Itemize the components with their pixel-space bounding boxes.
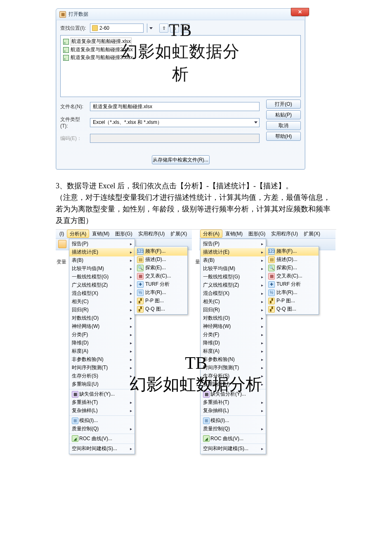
toolbar-icon[interactable] — [58, 240, 66, 248]
menu-nonpar[interactable]: 非参数检验(N) — [201, 356, 266, 364]
menu-loglin[interactable]: 对数线性(O) — [201, 314, 266, 323]
menu-compare[interactable]: 比较平均值(M) — [201, 265, 266, 273]
sub-explore[interactable]: 🔍探索(E)... — [135, 264, 187, 272]
menubar-item[interactable]: 实用程序(U) — [135, 230, 168, 238]
menu-tables[interactable]: 表(B) — [69, 256, 135, 265]
menu-nn[interactable]: 神经网络(W) — [201, 323, 266, 331]
retrieve-button[interactable]: 从存储库中检索文件(R)... — [152, 155, 210, 164]
menu-reports[interactable]: 报告(P) — [69, 240, 135, 248]
menu-complex[interactable]: 复杂抽样(L) — [201, 407, 266, 416]
menu-scale[interactable]: 标度(A) — [69, 347, 135, 356]
menu-scale[interactable]: 标度(A) — [201, 347, 266, 356]
menu-reports[interactable]: 报告(P) — [201, 240, 266, 248]
menu-survival[interactable]: 生存分析(S) — [69, 372, 135, 380]
menu-missing[interactable]: ▦缺失值分析(Y)... — [69, 390, 135, 398]
menu-descriptives[interactable]: 描述统计(E) — [201, 248, 266, 256]
sub-explore[interactable]: 🔍探索(E)... — [266, 264, 319, 272]
cross-icon: ▦ — [268, 273, 275, 280]
menu-sim[interactable]: ⊞模拟(I)... — [69, 417, 135, 425]
menu-mi[interactable]: 多重插补(T) — [201, 398, 266, 407]
menu-dimred[interactable]: 降维(D) — [69, 339, 135, 347]
menu-qc[interactable]: 质量控制(Q) — [69, 425, 135, 434]
menubar-item[interactable]: 扩展(X) — [301, 230, 323, 238]
menubar-item-analyze[interactable]: 分析(A) — [67, 230, 89, 238]
menu-descriptives[interactable]: 描述统计(E) — [69, 248, 135, 256]
open-button[interactable]: 打开(O) — [266, 100, 301, 109]
menu-reg[interactable]: 回归(R) — [69, 306, 135, 314]
menubar-item-analyze[interactable]: 分析(A) — [200, 230, 222, 238]
lookin-value: 2-60 — [99, 25, 142, 31]
sub-pp[interactable]: ▞P-P 图... — [135, 297, 187, 305]
menubar-item[interactable]: 直销(M) — [89, 230, 112, 238]
menu-nn[interactable]: 神经网络(W) — [69, 323, 135, 331]
file-item[interactable]: 航道复杂度与船舶碰撞3.xlsx — [62, 54, 299, 62]
menu-mixed[interactable]: 混合模型(X) — [69, 289, 135, 298]
up-folder-icon[interactable]: ⇧ — [159, 24, 168, 33]
help-button[interactable]: 帮助(H) — [266, 132, 301, 141]
sub-ratio[interactable]: ½比率(R)... — [135, 289, 187, 297]
lookin-arrow[interactable] — [147, 24, 154, 33]
menu-roc[interactable]: ◢ROC 曲线(V)... — [69, 435, 135, 444]
sub-turf[interactable]: ✚TURF 分析 — [135, 280, 187, 289]
sub-crosstabs[interactable]: ▦交叉表(C)... — [266, 272, 319, 280]
descriptives-submenu: 123频率(F)... ▤描述(D)... 🔍探索(E)... ▦交叉表(C).… — [265, 246, 319, 315]
menu-missing[interactable]: ▦缺失值分析(Y)... — [201, 390, 266, 398]
menu-reg[interactable]: 回归(R) — [201, 306, 266, 314]
menu-glm[interactable]: 一般线性模型(G) — [201, 273, 266, 281]
sub-crosstabs[interactable]: ▦交叉表(C)... — [135, 272, 187, 280]
lookin-dropdown[interactable]: 2-60 — [90, 24, 144, 33]
menu-compare[interactable]: 比较平均值(M) — [69, 265, 135, 273]
menu-complex[interactable]: 复杂抽样(L) — [69, 407, 135, 416]
menu-glm[interactable]: 一般线性模型(G) — [69, 273, 135, 281]
cancel-button[interactable]: 取消 — [266, 121, 301, 130]
menubar-item[interactable]: (I) — [57, 230, 67, 238]
sub-turf[interactable]: ✚TURF 分析 — [266, 280, 319, 289]
sim-icon: ⊞ — [72, 417, 78, 424]
menu-sim[interactable]: ⊞模拟(I)... — [201, 417, 266, 425]
home-icon[interactable]: ⌂ — [170, 24, 179, 33]
filetype-dropdown[interactable]: Excel（*.xls、*.xlsx 和 *.xlsm） — [90, 118, 260, 127]
menu-loglin[interactable]: 对数线性(O) — [69, 314, 135, 323]
file-item[interactable]: 航道复杂度与船舶碰撞.xlsx — [62, 37, 299, 46]
sub-frequencies[interactable]: 123频率(F)... — [135, 247, 187, 256]
paste-button[interactable]: 粘贴(P) — [266, 110, 301, 119]
menubar-item[interactable]: 扩展(X) — [168, 230, 190, 238]
menu-multiresp[interactable]: 多重响应(U) — [201, 380, 266, 389]
menu-corr[interactable]: 相关(C) — [69, 298, 135, 306]
menu-survival[interactable]: 生存分析(S) — [201, 372, 266, 380]
menubar-item[interactable]: 图形(G) — [112, 230, 135, 238]
menu-roc[interactable]: ◢ROC 曲线(V)... — [201, 435, 266, 444]
new-folder-icon[interactable]: ✚ — [181, 24, 190, 33]
menu-gzlm[interactable]: 广义线性模型(Z) — [69, 281, 135, 289]
menu-spatial[interactable]: 空间和时间建模(S)... — [69, 445, 135, 453]
menu-mi[interactable]: 多重插补(T) — [69, 398, 135, 407]
sub-descriptives[interactable]: ▤描述(D)... — [266, 256, 319, 264]
sub-qq[interactable]: ▞Q-Q 图... — [135, 305, 187, 313]
menu-corr[interactable]: 相关(C) — [201, 298, 266, 306]
menu-classify[interactable]: 分类(F) — [201, 331, 266, 339]
file-list-pane[interactable]: 航道复杂度与船舶碰撞.xlsx 航道复杂度与船舶碰撞2.xlsx 航道复杂度与船… — [60, 35, 301, 97]
menu-dimred[interactable]: 降维(D) — [201, 339, 266, 347]
menu-mixed[interactable]: 混合模型(X) — [201, 289, 266, 298]
menu-multiresp[interactable]: 多重响应(U) — [69, 380, 135, 389]
menubar-item[interactable]: 图形(G) — [246, 230, 268, 238]
menu-nonpar[interactable]: 非参数检验(N) — [69, 356, 135, 364]
sub-ratio[interactable]: ½比率(R)... — [266, 289, 319, 297]
close-button[interactable]: ✕ — [291, 8, 309, 16]
menu-spatial[interactable]: 空间和时间建模(S)... — [201, 445, 266, 453]
menubar-item[interactable]: 直销(M) — [222, 230, 246, 238]
menu-forecast[interactable]: 时间序列预测(T) — [69, 364, 135, 372]
menu-forecast[interactable]: 时间序列预测(T) — [201, 364, 266, 372]
menu-qc[interactable]: 质量控制(Q) — [201, 425, 266, 434]
menu-gzlm[interactable]: 广义线性模型(Z) — [201, 281, 266, 289]
sub-frequencies[interactable]: 123频率(F)... — [266, 247, 319, 256]
pp-icon: ▞ — [137, 298, 144, 304]
menu-tables[interactable]: 表(B) — [201, 256, 266, 265]
sub-descriptives[interactable]: ▤描述(D)... — [135, 256, 187, 264]
filename-input[interactable]: 航道复杂度与船舶碰撞.xlsx — [90, 102, 260, 111]
menubar-item[interactable]: 实用程序(U) — [268, 230, 301, 238]
sub-pp[interactable]: ▞P-P 图... — [266, 297, 319, 305]
sub-qq[interactable]: ▞Q-Q 图... — [266, 305, 319, 313]
menu-classify[interactable]: 分类(F) — [69, 331, 135, 339]
file-item[interactable]: 航道复杂度与船舶碰撞2.xlsx — [62, 46, 299, 54]
